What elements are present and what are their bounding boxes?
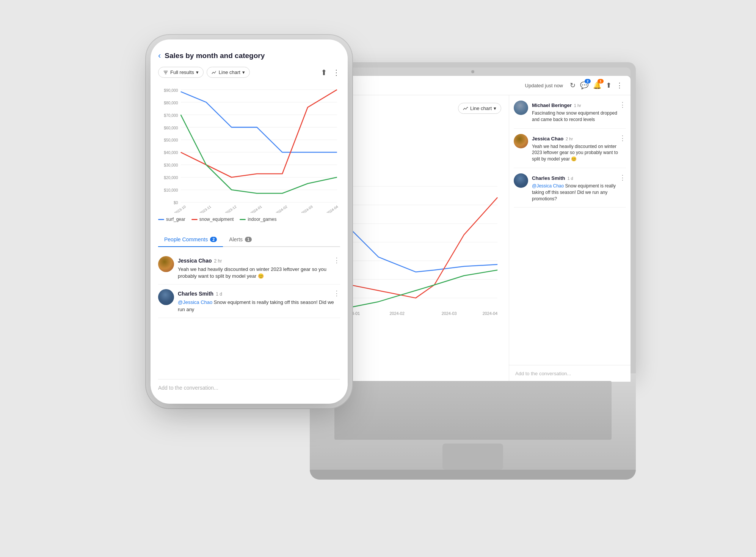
back-button[interactable]: ‹ (158, 51, 161, 61)
notif-badge: 1 (598, 79, 604, 83)
comment-header-jessica: Jessica Chao 2 hr ⋮ (178, 256, 340, 264)
mention-jessica-in-charles: @Jessica Chao (178, 299, 212, 305)
notifications-button[interactable]: 🔔 1 (593, 81, 601, 90)
comment-jessica: Jessica Chao 2 hr ⋮ Yeah we had heavily … (158, 252, 340, 285)
laptop-comment-body: Michael Beringer 1 hr ⋮ Fascinating how … (532, 101, 626, 123)
people-comments-badge: 2 (210, 237, 217, 242)
comment-body-jessica: Jessica Chao 2 hr ⋮ Yeah we had heavily … (178, 256, 340, 280)
laptop-topbar: Updated just now ↻ 💬 2 🔔 1 ⬆ ⋮ (315, 76, 631, 95)
legend-surf-gear: surf_gear (158, 217, 185, 222)
comment-text: Yeah we had heavily discounted on winter… (532, 143, 626, 162)
commenter-name-jessica: Jessica Chao (178, 258, 212, 264)
refresh-button[interactable]: ↻ (570, 81, 576, 90)
laptop-comments-list: Michael Beringer 1 hr ⋮ Fascinating how … (509, 95, 631, 365)
alerts-badge: 1 (245, 237, 252, 242)
comment-header-charles: Charles Smith 1 d ⋮ (178, 289, 340, 297)
legend-label-indoor: indoor_games (248, 217, 276, 222)
svg-text:$0: $0 (174, 201, 178, 205)
tab-alerts[interactable]: Alerts 1 (223, 233, 258, 246)
share-button[interactable]: ⬆ (606, 81, 612, 90)
commenter-name: Michael Beringer (532, 102, 572, 108)
phone-line-chart: $90,000 $80,000 $70,000 $60,000 $50,000 … (158, 84, 340, 213)
svg-text:$30,000: $30,000 (164, 163, 178, 167)
comment-more-button[interactable]: ⋮ (619, 173, 626, 182)
laptop-chart-type-label: Line chart (470, 105, 492, 111)
legend-snow-equipment: snow_equipment (191, 217, 234, 222)
legend-dot-snow (191, 219, 198, 220)
comment-body-charles: Charles Smith 1 d ⋮ @Jessica Chao Snow e… (178, 289, 340, 313)
laptop-chart-type-chevron: ▾ (494, 105, 496, 111)
laptop-chart-toolbar: Line chart ▾ (323, 103, 501, 114)
chart-type-chip[interactable]: Line chart ▾ (207, 67, 250, 78)
laptop-avatar-michael (514, 101, 528, 115)
comment-text-charles: @Jessica Chao Snow equipment is really t… (178, 299, 340, 313)
phone-toolbar-icons: ⬆ ⋮ (321, 68, 340, 77)
comment-time: 1 d (567, 176, 573, 181)
more-options-button[interactable]: ⋮ (616, 81, 623, 90)
svg-text:$80,000: $80,000 (164, 101, 178, 105)
laptop-content: Updated just now ↻ 💬 2 🔔 1 ⬆ ⋮ (315, 76, 631, 382)
phone-inner: ‹ Sales by month and category Full resul… (151, 39, 348, 404)
comment-more-button[interactable]: ⋮ (619, 101, 626, 109)
phone-title: Sales by month and category (165, 52, 265, 60)
comment-charles: Charles Smith 1 d ⋮ @Jessica Chao Snow e… (158, 285, 340, 318)
comment-more-button[interactable]: ⋮ (619, 134, 626, 142)
updated-text: Updated just now (525, 83, 563, 88)
comment-text: Fascinating how snow equipment dropped a… (532, 110, 626, 123)
svg-text:2023-11: 2023-11 (199, 205, 212, 213)
laptop-device: Updated just now ↻ 💬 2 🔔 1 ⬆ ⋮ (310, 62, 636, 480)
legend-label-surf: surf_gear (166, 217, 185, 222)
phone-chart-container: $90,000 $80,000 $70,000 $60,000 $50,000 … (158, 84, 340, 228)
chart-type-label: Line chart (219, 69, 240, 75)
laptop-comments-panel: Michael Beringer 1 hr ⋮ Fascinating how … (509, 95, 631, 382)
svg-text:2024-04: 2024-04 (483, 311, 498, 316)
commenter-name: Jessica Chao (532, 136, 563, 142)
laptop-avatar-charles (514, 173, 528, 188)
filter-chip[interactable]: Full results ▾ (158, 67, 204, 78)
phone-add-conversation[interactable]: Add to the conversation... (158, 379, 340, 396)
mention-jessica: @Jessica Chao (532, 183, 564, 189)
svg-text:$60,000: $60,000 (164, 126, 178, 130)
svg-text:$40,000: $40,000 (164, 151, 178, 155)
laptop-keyboard (334, 381, 612, 440)
tab-people-comments[interactable]: People Comments 2 (158, 233, 223, 247)
svg-text:2024-03: 2024-03 (301, 205, 314, 213)
laptop-line-chart: 2024-01 2024-02 2024-03 2024-04 (323, 118, 501, 374)
phone-toolbar: Full results ▾ Line chart ▾ ⬆ ⋮ (158, 67, 340, 78)
phone-comments-list: Jessica Chao 2 hr ⋮ Yeah we had heavily … (158, 252, 340, 379)
comment-more-charles[interactable]: ⋮ (333, 289, 340, 297)
svg-text:2024-04: 2024-04 (326, 205, 339, 213)
legend-dot-indoor (240, 219, 246, 220)
chart-type-chevron: ▾ (242, 69, 245, 75)
laptop-comment-item: Michael Beringer 1 hr ⋮ Fascinating how … (514, 95, 626, 129)
laptop-comment-body: Jessica Chao 2 hr ⋮ Yeah we had heavily … (532, 134, 626, 162)
laptop-comment-body: Charles Smith 1 d ⋮ @Jessica Chao Snow e… (532, 173, 626, 202)
laptop-screen: Updated just now ↻ 💬 2 🔔 1 ⬆ ⋮ (315, 76, 631, 382)
more-button[interactable]: ⋮ (333, 68, 340, 77)
svg-text:2023-12: 2023-12 (224, 205, 237, 213)
commenter-name-charles: Charles Smith (178, 291, 213, 297)
svg-text:2024-01: 2024-01 (250, 205, 263, 213)
svg-text:$50,000: $50,000 (164, 138, 178, 142)
comment-more-jessica[interactable]: ⋮ (333, 256, 340, 264)
svg-text:2023-10: 2023-10 (174, 205, 187, 213)
laptop-comment-header: Charles Smith 1 d ⋮ (532, 173, 626, 182)
comments-button[interactable]: 💬 2 (580, 81, 588, 90)
svg-text:2024-03: 2024-03 (442, 311, 457, 316)
commenter-name: Charles Smith (532, 175, 565, 181)
comments-badge: 2 (585, 79, 591, 83)
laptop-add-conversation[interactable]: Add to the conversation... (509, 365, 631, 382)
svg-text:2024-02: 2024-02 (389, 311, 405, 316)
phone-header: ‹ Sales by month and category (158, 51, 340, 61)
laptop-comment-item: Jessica Chao 2 hr ⋮ Yeah we had heavily … (514, 129, 626, 168)
share-button[interactable]: ⬆ (321, 68, 327, 77)
laptop-comment-item: Charles Smith 1 d ⋮ @Jessica Chao Snow e… (514, 168, 626, 208)
laptop-chart-type-selector[interactable]: Line chart ▾ (458, 103, 501, 114)
chart-legend: surf_gear snow_equipment indoor_games (158, 217, 340, 222)
laptop-avatar-jessica (514, 134, 528, 148)
tab-alerts-label: Alerts (229, 236, 243, 242)
tab-people-comments-label: People Comments (164, 236, 208, 242)
laptop-comment-header: Michael Beringer 1 hr ⋮ (532, 101, 626, 109)
svg-text:$90,000: $90,000 (164, 88, 178, 93)
legend-label-snow: snow_equipment (199, 217, 234, 222)
